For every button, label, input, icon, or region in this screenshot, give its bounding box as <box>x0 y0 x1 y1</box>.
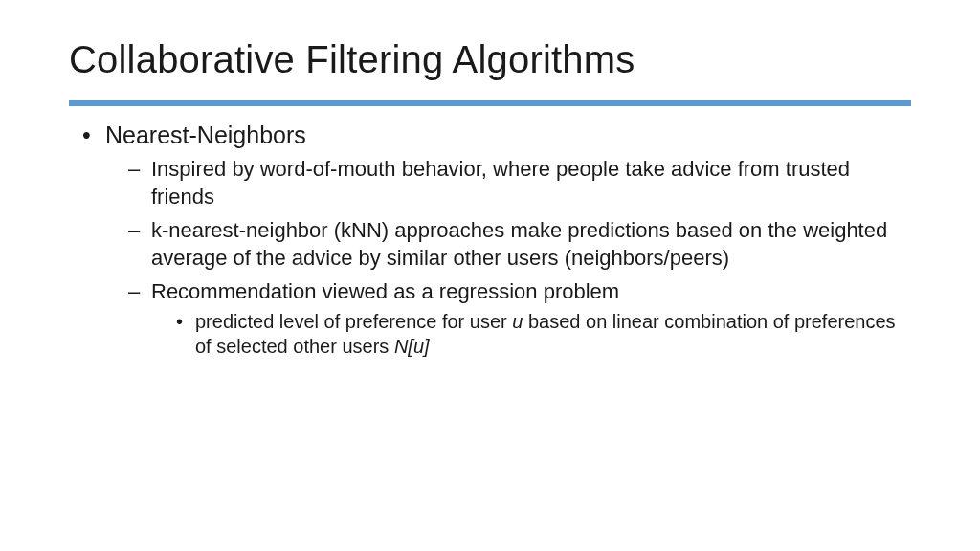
l2-text: Recommendation viewed as a regression pr… <box>151 279 619 303</box>
list-item: Nearest-Neighbors Inspired by word-of-mo… <box>78 120 911 359</box>
bullet-list-level1: Nearest-Neighbors Inspired by word-of-mo… <box>69 120 911 359</box>
l1-text: Nearest-Neighbors <box>105 121 306 148</box>
l3-text-pre: predicted level of preference for user <box>195 311 512 332</box>
list-item: k-nearest-neighbor (kNN) approaches make… <box>128 216 911 272</box>
list-item: predicted level of preference for user u… <box>176 309 911 359</box>
list-item: Inspired by word-of-mouth behavior, wher… <box>128 155 911 210</box>
l3-italic-nu: N[u] <box>394 336 430 357</box>
l3-italic-u: u <box>512 311 523 332</box>
title-divider <box>69 100 911 106</box>
bullet-list-level2: Inspired by word-of-mouth behavior, wher… <box>105 155 911 359</box>
bullet-list-level3: predicted level of preference for user u… <box>151 309 911 359</box>
l2-text: Inspired by word-of-mouth behavior, wher… <box>151 157 850 209</box>
l2-text: k-nearest-neighbor (kNN) approaches make… <box>151 218 887 270</box>
list-item: Recommendation viewed as a regression pr… <box>128 277 911 359</box>
slide: Collaborative Filtering Algorithms Neare… <box>0 0 980 551</box>
slide-title: Collaborative Filtering Algorithms <box>69 38 911 81</box>
